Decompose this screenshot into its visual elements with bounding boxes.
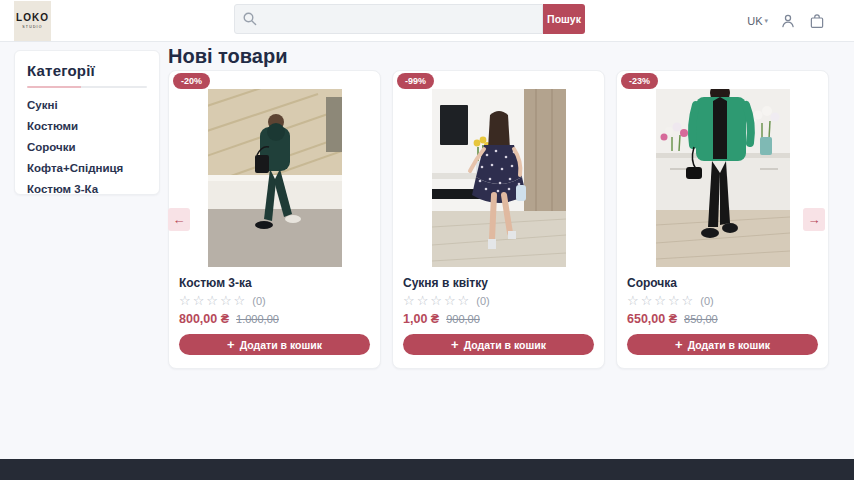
- discount-badge: -23%: [621, 73, 658, 89]
- add-to-cart-label: Додати в кошик: [688, 339, 770, 351]
- product-image[interactable]: [208, 89, 342, 267]
- product-title[interactable]: Сукня в квітку: [403, 276, 594, 290]
- divider: [27, 86, 147, 88]
- account-icon[interactable]: [779, 12, 797, 30]
- header-actions: UK ▾: [747, 0, 826, 42]
- product-image[interactable]: [656, 89, 790, 267]
- categories-title: Категорії: [27, 62, 147, 79]
- page-title: Нові товари: [168, 45, 287, 68]
- add-to-cart-button[interactable]: + Додати в кошик: [403, 334, 594, 355]
- plus-icon: +: [675, 338, 683, 351]
- chevron-down-icon: ▾: [764, 17, 768, 25]
- star-rating-icons: ☆☆☆☆☆: [179, 294, 247, 307]
- logo[interactable]: LOKO STUDIO: [14, 1, 51, 41]
- language-selector[interactable]: UK ▾: [747, 15, 768, 27]
- product-price: 800,00 ₴: [179, 312, 229, 326]
- cart-icon[interactable]: [808, 12, 826, 30]
- product-old-price: 1.000,00: [236, 313, 279, 325]
- logo-subtext: STUDIO: [22, 25, 42, 29]
- product-price: 1,00 ₴: [403, 312, 439, 326]
- product-rating: ☆☆☆☆☆ (0): [403, 294, 594, 307]
- logo-text: LOKO: [16, 13, 49, 23]
- categories-panel: Категорії Сукні Костюми Сорочки Кофта+Сп…: [14, 50, 160, 195]
- carousel-next-button[interactable]: →: [803, 208, 825, 231]
- discount-badge: -99%: [397, 73, 434, 89]
- product-rating: ☆☆☆☆☆ (0): [179, 294, 370, 307]
- plus-icon: +: [451, 338, 459, 351]
- rating-count: (0): [700, 295, 713, 307]
- arrow-left-icon: ←: [173, 212, 186, 227]
- add-to-cart-label: Додати в кошик: [464, 339, 546, 351]
- carousel-prev-button[interactable]: ←: [168, 208, 190, 231]
- product-old-price: 900,00: [446, 313, 480, 325]
- search-input[interactable]: [234, 4, 543, 34]
- discount-badge: -20%: [173, 73, 210, 89]
- arrow-right-icon: →: [808, 212, 821, 227]
- product-card[interactable]: -23%: [616, 70, 829, 369]
- add-to-cart-label: Додати в кошик: [240, 339, 322, 351]
- rating-count: (0): [252, 295, 265, 307]
- add-to-cart-button[interactable]: + Додати в кошик: [179, 334, 370, 355]
- product-card[interactable]: -99%: [392, 70, 605, 369]
- rating-count: (0): [476, 295, 489, 307]
- header: LOKO STUDIO Пошук UK ▾: [0, 0, 854, 42]
- search-button[interactable]: Пошук: [543, 4, 585, 34]
- sidebar-item-sweater-skirt[interactable]: Кофта+Спідниця: [27, 162, 147, 174]
- search-bar: Пошук: [234, 4, 585, 34]
- add-to-cart-button[interactable]: + Додати в кошик: [627, 334, 818, 355]
- sidebar-item-dresses[interactable]: Сукні: [27, 99, 147, 111]
- main-content: Категорії Сукні Костюми Сорочки Кофта+Сп…: [0, 42, 854, 459]
- product-old-price: 850,00: [684, 313, 718, 325]
- language-label: UK: [747, 15, 762, 27]
- product-image[interactable]: [432, 89, 566, 267]
- footer: [0, 459, 854, 480]
- sidebar-item-suit-3piece[interactable]: Костюм 3-Ка: [27, 183, 147, 195]
- sidebar-item-shirts[interactable]: Сорочки: [27, 141, 147, 153]
- sidebar-item-suits[interactable]: Костюми: [27, 120, 147, 132]
- plus-icon: +: [227, 338, 235, 351]
- star-rating-icons: ☆☆☆☆☆: [627, 294, 695, 307]
- product-title[interactable]: Костюм 3-ка: [179, 276, 370, 290]
- product-price: 650,00 ₴: [627, 312, 677, 326]
- product-title[interactable]: Сорочка: [627, 276, 818, 290]
- product-rating: ☆☆☆☆☆ (0): [627, 294, 818, 307]
- search-icon: [242, 11, 258, 27]
- product-grid: -20%: [168, 70, 829, 369]
- product-card[interactable]: -20%: [168, 70, 381, 369]
- star-rating-icons: ☆☆☆☆☆: [403, 294, 471, 307]
